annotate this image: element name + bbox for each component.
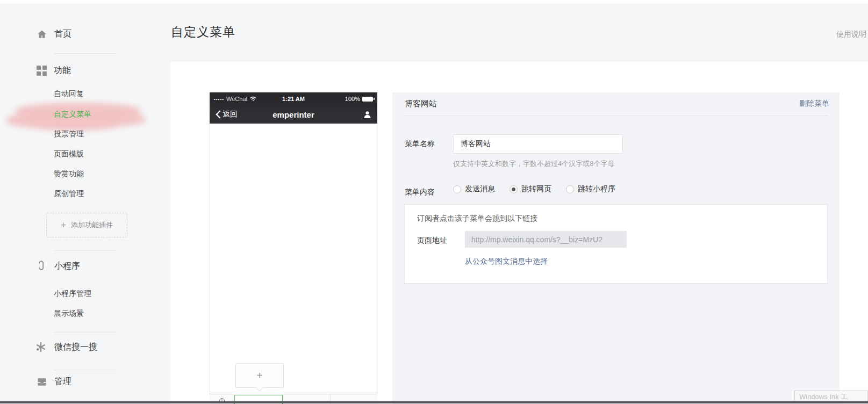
page-title: 自定义菜单 [171, 24, 235, 40]
sidebar-item-original-manage[interactable]: 原创管理 [54, 189, 84, 199]
wechat-search-icon [34, 341, 47, 354]
phone-header: ••••• WeChat 1:21 AM 100% [210, 92, 377, 124]
sidebar-item-label: 功能 [54, 65, 71, 76]
sidebar-item-home[interactable]: 首页 [37, 28, 71, 40]
signal-dots-icon: ••••• [214, 97, 224, 102]
radio-jump-miniprogram[interactable]: 跳转小程序 [566, 184, 615, 194]
sidebar-item-reward[interactable]: 赞赏功能 [54, 169, 84, 179]
sidebar-divider [54, 370, 117, 370]
radio-jump-webpage[interactable]: 跳转网页 [510, 184, 551, 194]
menu-content-options: 发送消息 跳转网页 跳转小程序 [453, 184, 615, 194]
popup-caret [256, 384, 263, 392]
carrier-label: WeChat [226, 96, 248, 102]
sidebar-item-custom-menu[interactable]: 自定义菜单 [54, 110, 91, 119]
wifi-icon [250, 96, 256, 102]
radio-label: 跳转小程序 [578, 184, 615, 194]
inbox-icon [37, 377, 47, 387]
page-url-label: 页面地址 [417, 236, 447, 246]
menu-editor-title: 博客网站 [405, 99, 437, 109]
phone-preview: ••••• WeChat 1:21 AM 100% [210, 92, 377, 404]
page-url-input[interactable] [465, 231, 627, 248]
sidebar-item-vote-manage[interactable]: 投票管理 [54, 129, 84, 139]
miniprogram-icon [35, 260, 47, 272]
sidebar-item-display-scene[interactable]: 展示场景 [54, 309, 84, 319]
taskbar-edge [0, 401, 868, 403]
add-plugin-label: 添加功能插件 [71, 220, 113, 230]
sidebar-divider [54, 250, 117, 251]
back-button: 返回 [215, 110, 238, 119]
jump-hint: 订阅者点击该子菜单会跳到以下链接 [417, 214, 537, 223]
jump-webpage-box: 订阅者点击该子菜单会跳到以下链接 页面地址 从公众号图文消息中选择 [404, 204, 828, 284]
menu-content-label: 菜单内容 [405, 187, 435, 197]
plus-icon: + [256, 370, 263, 382]
delete-menu-link[interactable]: 删除菜单 [799, 99, 829, 109]
radio-label: 跳转网页 [521, 184, 551, 194]
radio-circle-icon [566, 185, 574, 193]
content-card: ••••• WeChat 1:21 AM 100% [170, 62, 868, 404]
sidebar-item-miniprogram[interactable]: 小程序 [35, 260, 80, 272]
sidebar-divider [54, 332, 117, 333]
sidebar-item-manage[interactable]: 管理 [37, 376, 71, 387]
battery-percent: 100% [345, 96, 360, 102]
plus-icon: + [61, 220, 66, 230]
sidebar-divider [54, 53, 117, 54]
sidebar-item-auto-reply[interactable]: 自动回复 [54, 89, 84, 99]
menu-editor-panel: 博客网站 删除菜单 菜单名称 仅支持中英文和数字，字数不超过4个汉字或8个字母 … [392, 92, 840, 404]
add-menu-popup-button[interactable]: + [235, 363, 284, 388]
radio-circle-icon [510, 185, 518, 193]
home-icon [37, 29, 47, 40]
sidebar-item-miniprogram-manage[interactable]: 小程序管理 [54, 289, 91, 299]
sidebar-item-label: 管理 [54, 376, 71, 387]
back-label: 返回 [223, 110, 238, 119]
radio-label: 发送消息 [465, 184, 495, 194]
sidebar-item-label: 首页 [54, 28, 71, 40]
sidebar-item-features[interactable]: 功能 [37, 65, 71, 76]
page: 首页 功能 自动回复 自定义菜单 投票管理 页面模版 赞赏功能 原创管理 + 添… [0, 0, 868, 404]
sidebar-item-label: 小程序 [54, 261, 80, 272]
pick-from-articles-link[interactable]: 从公众号图文消息中选择 [465, 257, 548, 266]
windows-ink-tooltip: Windows Ink 工 [794, 391, 868, 402]
back-chevron-icon [215, 110, 221, 119]
grid-icon [37, 66, 47, 76]
top-strip [0, 0, 868, 4]
phone-nav-bar: 返回 emperinter [210, 105, 377, 124]
radio-circle-icon [453, 185, 461, 193]
menu-name-label: 菜单名称 [405, 139, 435, 149]
panel-divider [405, 116, 828, 116]
sidebar-item-wechat-search[interactable]: 微信搜一搜 [34, 341, 97, 354]
radio-send-message[interactable]: 发送消息 [453, 184, 495, 194]
person-icon [363, 110, 372, 119]
menu-name-hint: 仅支持中英文和数字，字数不超过4个汉字或8个字母 [453, 159, 614, 169]
battery-icon [362, 97, 373, 102]
usage-help-link[interactable]: 使用说明 [836, 30, 866, 39]
add-plugin-button[interactable]: + 添加功能插件 [46, 213, 127, 237]
phone-status-bar: ••••• WeChat 1:21 AM 100% [210, 92, 377, 105]
sidebar-item-label: 微信搜一搜 [54, 342, 97, 353]
sidebar-item-page-template[interactable]: 页面模版 [54, 149, 84, 159]
menu-name-input[interactable] [453, 134, 623, 154]
